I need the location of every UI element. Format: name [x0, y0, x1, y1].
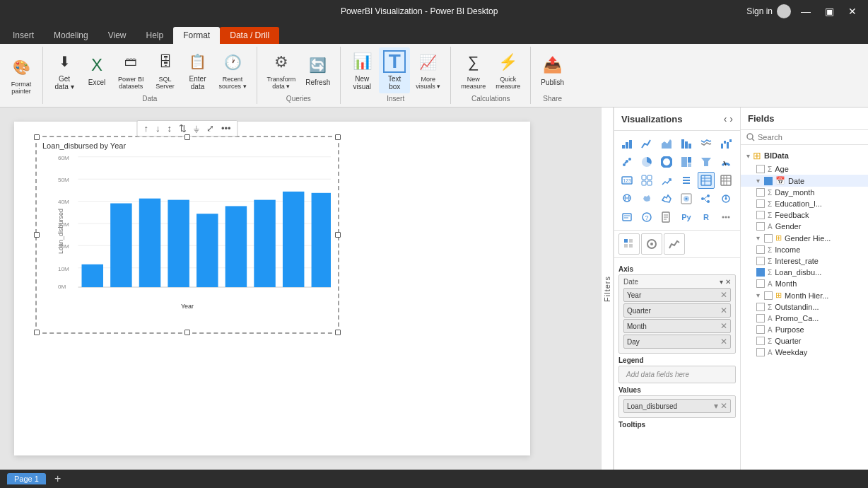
maximize-button[interactable]: ▣ [821, 4, 838, 18]
fields-item-promo[interactable]: A Promo_Ca... [741, 313, 868, 324]
remove-month-btn[interactable]: ✕ [720, 321, 727, 331]
viz-format-tab[interactable] [641, 233, 662, 255]
viz-icon-map[interactable] [618, 190, 635, 207]
viz-fields-tab[interactable] [618, 233, 640, 255]
tab-format[interactable]: Format [173, 27, 220, 44]
new-visual-button[interactable]: 📊 Newvisual [346, 47, 377, 93]
fields-item-month-hier[interactable]: ▾ ⊞ Month Hier... [741, 289, 868, 301]
viz-nav-next[interactable]: › [729, 113, 733, 124]
viz-icon-table[interactable] [698, 172, 715, 189]
chart-container[interactable]: ↑ ↓ ↕ ⇅ ⏚ ⤢ ••• Loan_disbursed by Year L… [35, 136, 339, 334]
filter-icon[interactable]: ⏚ [192, 122, 201, 134]
fields-search-input[interactable] [758, 133, 862, 141]
tab-help[interactable]: Help [136, 27, 174, 44]
handle-bm[interactable] [184, 330, 190, 335]
transform-data-button[interactable]: ⚙ Transformdata ▾ [263, 48, 300, 93]
minimize-button[interactable]: — [797, 4, 815, 18]
viz-icon-shape-map[interactable] [658, 190, 675, 207]
viz-icon-stacked-bar[interactable] [618, 135, 635, 152]
interest-checkbox[interactable] [756, 257, 765, 265]
viz-icon-treemap[interactable] [678, 153, 695, 170]
remove-day-btn[interactable]: ✕ [720, 337, 727, 347]
sign-in-area[interactable]: Sign in [746, 4, 791, 18]
viz-icon-pie[interactable] [638, 153, 655, 170]
loan-checkbox[interactable] [756, 268, 765, 277]
viz-icon-donut[interactable] [658, 153, 675, 170]
fields-item-date[interactable]: ▾ 📅 Date [741, 175, 868, 187]
viz-icon-area[interactable] [658, 135, 675, 152]
viz-icon-more[interactable] [717, 209, 734, 226]
month-checkbox[interactable] [756, 279, 765, 288]
get-data-button[interactable]: ⬇ Getdata ▾ [49, 47, 80, 93]
weekday-checkbox[interactable] [756, 348, 765, 356]
axis-date-header[interactable]: Date ▾ ✕ [623, 278, 731, 286]
fields-item-daymonth[interactable]: Σ Day_month [741, 187, 868, 198]
sql-server-button[interactable]: 🗄 SQLServer [150, 48, 181, 93]
format-painter-button[interactable]: 🎨 Formatpainter [6, 53, 37, 98]
new-measure-button[interactable]: ∑ Newmeasure [457, 48, 490, 93]
viz-icon-gauge[interactable] [717, 153, 734, 170]
enter-data-button[interactable]: 📋 Enterdata [182, 47, 213, 93]
fields-item-feedback[interactable]: Σ Feedback [741, 209, 868, 221]
viz-icon-paginated[interactable] [658, 209, 675, 226]
quick-measure-button[interactable]: ⚡ Quickmeasure [491, 48, 524, 93]
remove-quarter-btn[interactable]: ✕ [720, 306, 727, 315]
handle-bl[interactable] [34, 330, 40, 335]
sort-asc-icon[interactable]: ↑ [141, 122, 151, 134]
viz-nav-prev[interactable]: ‹ [724, 113, 727, 124]
tab-view[interactable]: View [98, 27, 136, 44]
sort-alpha-icon[interactable]: ↕ [165, 122, 174, 134]
viz-analytics-tab[interactable] [664, 233, 685, 255]
viz-icon-r[interactable]: R [698, 209, 715, 226]
viz-icon-funnel[interactable] [698, 153, 715, 170]
viz-icon-filled-map[interactable] [638, 190, 655, 207]
text-box-button[interactable]: T Textbox [379, 47, 410, 93]
sort-desc-icon[interactable]: ↓ [153, 122, 163, 134]
age-checkbox[interactable] [756, 165, 765, 173]
viz-icon-decomp-tree[interactable] [698, 190, 715, 207]
fields-item-gender[interactable]: A Gender [741, 221, 868, 232]
education-checkbox[interactable] [756, 199, 765, 208]
fields-item-month[interactable]: A Month [741, 278, 868, 289]
income-checkbox[interactable] [756, 245, 765, 254]
quarter-checkbox[interactable] [756, 337, 765, 345]
tab-insert[interactable]: Insert [3, 27, 44, 44]
fields-item-gender-hier[interactable]: ▾ ⊞ Gender Hie... [741, 232, 868, 244]
fields-item-interest-rate[interactable]: Σ Interest_rate [741, 255, 868, 267]
purpose-checkbox[interactable] [756, 325, 765, 334]
daymonth-checkbox[interactable] [756, 188, 765, 197]
tab-data-drill[interactable]: Data / Drill [220, 27, 279, 44]
legend-add-field[interactable]: Add data fields here [623, 369, 731, 380]
viz-icon-card[interactable]: 123 [618, 172, 635, 189]
promo-checkbox[interactable] [756, 314, 765, 323]
viz-icon-multi-card[interactable] [638, 172, 655, 189]
viz-icon-stacked-area[interactable] [678, 135, 695, 152]
month-hier-checkbox[interactable] [764, 291, 773, 300]
refresh-button[interactable]: 🔄 Refresh [301, 51, 334, 89]
gender-hier-checkbox[interactable] [764, 234, 773, 243]
viz-icon-line[interactable] [638, 135, 655, 152]
viz-icon-qa[interactable]: ? [638, 209, 655, 226]
fields-item-income[interactable]: Σ Income [741, 244, 868, 255]
viz-icon-kpi[interactable] [658, 172, 675, 189]
sort-num-icon[interactable]: ⇅ [177, 122, 189, 134]
publish-button[interactable]: 📤 Publish [536, 51, 568, 89]
remove-loan-btn[interactable]: ▾ ✕ [714, 401, 727, 411]
gender-checkbox[interactable] [756, 222, 765, 231]
handle-br[interactable] [335, 330, 341, 335]
fields-item-outstanding[interactable]: Σ Outstandin... [741, 301, 868, 313]
add-page-button[interactable]: + [54, 472, 61, 485]
viz-icon-smart-narrative[interactable] [618, 209, 635, 226]
viz-icon-python[interactable]: Py [678, 209, 695, 226]
bidata-group-header[interactable]: ▾ ⊞ BIData [741, 148, 868, 163]
more-options-icon[interactable]: ••• [219, 122, 233, 134]
outstanding-checkbox[interactable] [756, 303, 765, 311]
viz-icon-waterfall[interactable] [717, 135, 734, 152]
fields-item-purpose[interactable]: A Purpose [741, 324, 868, 335]
viz-icon-slicer[interactable] [678, 172, 695, 189]
date-checkbox[interactable] [764, 177, 773, 185]
remove-year-btn[interactable]: ✕ [720, 290, 727, 300]
viz-icon-matrix[interactable] [717, 172, 734, 189]
viz-icon-scatter[interactable] [618, 153, 635, 170]
viz-icon-azure-map[interactable] [678, 190, 695, 207]
